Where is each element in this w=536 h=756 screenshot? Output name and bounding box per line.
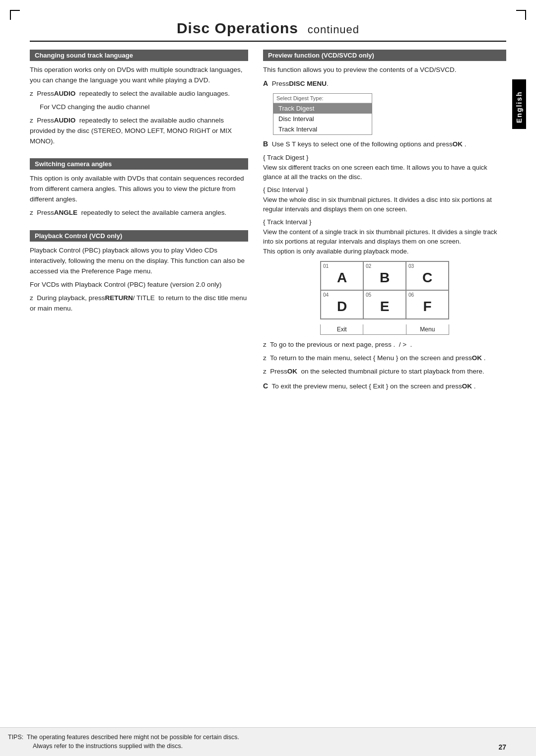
section-header-preview: Preview function (VCD/SVCD only): [263, 50, 506, 61]
section-playback-control: Playback Control (VCD only) Playback Con…: [30, 230, 248, 317]
page-title: Disc Operations continued: [30, 20, 506, 37]
preview-para1: This function allows you to preview the …: [263, 65, 506, 75]
camera-bullet1: z PressANGLE repeatedly to select the av…: [30, 208, 248, 218]
preview-bullet1: z To go to the previous or next page, pr…: [263, 340, 506, 350]
thumb-cell-b: 02 B: [363, 261, 406, 290]
section-header-camera: Switching camera angles: [30, 158, 248, 170]
curly-track-digest: { Track Digest } View six different trac…: [263, 154, 506, 182]
curly-track-digest-desc: View six different tracks on one screen …: [263, 163, 506, 182]
curly-track-interval: { Track Interval } View the content of a…: [263, 218, 506, 256]
thumb-cell-e: 05 E: [363, 290, 406, 319]
tips-label: TIPS:: [8, 734, 23, 741]
right-column: English Preview function (VCD/SVCD only)…: [263, 50, 506, 687]
section-header-pbc: Playback Control (VCD only): [30, 230, 248, 242]
sound-bullet1: z PressAUDIO repeatedly to select the av…: [30, 89, 248, 99]
curly-disc-interval-title: { Disc Interval }: [263, 186, 506, 193]
step-b: B Use S T keys to select one of the foll…: [263, 139, 506, 150]
thumb-cell-f: 06 F: [406, 290, 449, 319]
digest-menu-box: Select Digest Type: Track Digest Disc In…: [273, 93, 372, 135]
thumb-cell-d: 04 D: [321, 290, 363, 319]
pbc-bullet1: z During playback, pressRETURN/ TITLE to…: [30, 293, 248, 314]
footer-menu: Menu: [406, 324, 449, 334]
preview-bullet3: z PressOK on the selected thumbnail pict…: [263, 367, 506, 377]
page-title-area: Disc Operations continued: [30, 20, 506, 42]
menu-item-track-interval[interactable]: Track Interval: [273, 124, 372, 134]
section-changing-sound: Changing sound track language This opera…: [30, 50, 248, 149]
section-header-sound: Changing sound track language: [30, 50, 248, 61]
sound-bullet2: z PressAUDIO repeatedly to select the av…: [30, 116, 248, 147]
main-content: Changing sound track language This opera…: [30, 50, 506, 687]
sound-indent1: For VCD changing the audio channel: [40, 102, 248, 113]
sound-bullet1-text: z PressAUDIO repeatedly to select the av…: [30, 89, 230, 99]
thumbnail-grid: 01 A 02 B 03 C 04 D: [320, 261, 449, 319]
step-a: A PressDISC MENU.: [263, 78, 506, 89]
curly-track-digest-title: { Track Digest }: [263, 154, 506, 161]
thumb-cell-a: 01 A: [321, 261, 363, 290]
tips-line2: Always refer to the instructions supplie…: [33, 743, 183, 750]
pbc-para2: For VCDs with Playback Control (PBC) fea…: [30, 280, 248, 290]
sound-bullet2-text: z PressAUDIO repeatedly to select the av…: [30, 116, 248, 147]
page-number: 27: [498, 743, 506, 751]
camera-para1: This option is only available with DVDs …: [30, 174, 248, 205]
tips-line1: The operating features described here mi…: [27, 734, 239, 741]
pbc-bullet1-text: z During playback, pressRETURN/ TITLE to…: [30, 293, 248, 314]
curly-track-interval-desc: View the content of a single track in si…: [263, 227, 506, 256]
thumb-cell-c: 03 C: [406, 261, 449, 290]
menu-item-track-digest[interactable]: Track Digest: [273, 103, 372, 114]
preview-bullet2: z To return to the main menu, select { M…: [263, 353, 506, 364]
english-tab: English: [512, 79, 526, 129]
camera-bullet1-text: z PressANGLE repeatedly to select the av…: [30, 208, 226, 218]
menu-item-disc-interval[interactable]: Disc Interval: [273, 114, 372, 124]
left-column: Changing sound track language This opera…: [30, 50, 248, 687]
curly-disc-interval: { Disc Interval } View the whole disc in…: [263, 186, 506, 214]
section-preview: Preview function (VCD/SVCD only) This fu…: [263, 50, 506, 395]
section-camera-angles: Switching camera angles This option is o…: [30, 158, 248, 221]
footer-exit: Exit: [321, 324, 363, 334]
tips-section: TIPS: The operating features described h…: [0, 727, 536, 756]
footer-empty: [363, 324, 406, 334]
pbc-para1: Playback Control (PBC) playback allows y…: [30, 246, 248, 277]
thumb-grid-footer: Exit Menu: [320, 324, 449, 335]
menu-title: Select Digest Type:: [273, 94, 372, 103]
sound-para1: This operation works only on DVDs with m…: [30, 65, 248, 86]
thumbnail-grid-wrapper: 01 A 02 B 03 C 04 D: [263, 261, 506, 335]
curly-track-interval-title: { Track Interval }: [263, 218, 506, 226]
curly-disc-interval-desc: View the whole disc in six thumbnail pic…: [263, 195, 506, 214]
step-c: C To exit the preview menu, select { Exi…: [263, 381, 506, 392]
